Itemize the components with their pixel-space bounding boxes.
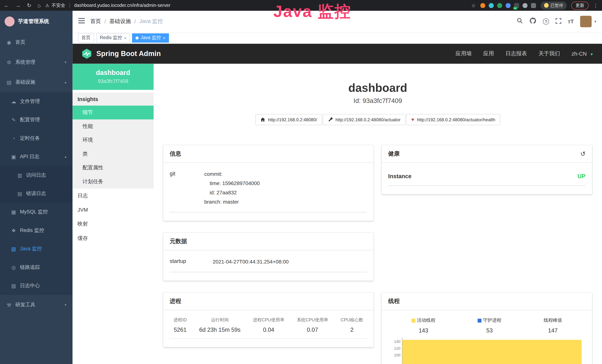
doc-icon: ▥ [17, 172, 23, 178]
sba-item-mappings[interactable]: 映射 [73, 217, 153, 231]
app-sidebar: 芋道管理系统 ◉ 首页 ⚙ 系统管理 ▾ ▤ 基础设施 ▴ ☁ 文件管理 ✎ [0, 11, 73, 364]
tab-home[interactable]: 首页 [78, 33, 94, 43]
help-icon[interactable]: ? [543, 18, 549, 24]
home-icon[interactable]: ⌂ [37, 2, 41, 8]
sba-item-classes[interactable]: 类 [73, 147, 153, 161]
service-url-button[interactable]: http://192.168.0.2:48080/ [255, 114, 322, 125]
chart-plot-area [402, 337, 582, 364]
reload-icon[interactable]: ↻ [27, 2, 31, 8]
chevron-up-icon: ▴ [65, 80, 66, 84]
avatar[interactable] [580, 16, 592, 27]
sba-nav-journal[interactable]: 日志报表 [505, 50, 527, 57]
tab-redis-monitor[interactable]: Redis 监控 × [97, 33, 130, 43]
process-metrics-row: 进程ID 5261 运行时间 6d 23h 15m 59s 进程CPU使用率 [170, 315, 367, 339]
sba-item-scheduled-tasks[interactable]: 计划任务 [73, 175, 153, 189]
instance-label: Instance [388, 173, 412, 179]
sidebar-item-api-log[interactable]: ▣ API 日志 ▴ [0, 147, 73, 166]
sba-nav-wallboard[interactable]: 应用墙 [456, 50, 472, 57]
sba-item-logs[interactable]: 日志 [73, 189, 153, 203]
extension-icon[interactable] [505, 3, 511, 8]
address-bar[interactable]: ⚠ 不安全 dashboard.yudao.iocoder.cn/infra/a… [45, 2, 170, 9]
sba-nav-applications[interactable]: 应用 [483, 50, 494, 57]
github-icon[interactable] [529, 17, 536, 26]
breadcrumb-home[interactable]: 首页 [90, 18, 101, 25]
extension-icon[interactable] [522, 3, 527, 8]
sidebar-item-infra[interactable]: ▤ 基础设施 ▴ [0, 72, 73, 92]
forward-icon[interactable]: → [15, 2, 21, 8]
sba-item-metrics[interactable]: 性能 [73, 119, 153, 133]
extension-icon[interactable]: on [514, 3, 519, 8]
sba-instance-header[interactable]: dashboard 93a3fc7f7409 [73, 64, 153, 90]
logo-avatar [5, 17, 15, 27]
fullscreen-icon[interactable] [556, 18, 561, 25]
sidebar-item-home[interactable]: ◉ 首页 [0, 32, 73, 52]
metadata-value: 2021-04-27T00:44:31.254+08:00 [213, 257, 367, 267]
sba-navbar: Spring Boot Admin 应用墙 应用 日志报表 关于我们 zh-CN… [73, 44, 602, 64]
blue-swatch-icon [478, 319, 482, 322]
health-url-button[interactable]: ♥ http://192.168.0.2:48080/actuator/heal… [406, 114, 500, 125]
sba-nav-about[interactable]: 关于我们 [538, 50, 560, 57]
page-subtitle: Id: 93a3fc7f7409 [153, 97, 602, 105]
sidebar-item-log-center[interactable]: ▨ 日志中心 [0, 277, 73, 295]
metric-system-cpu: 系统CPU使用率 0.07 [297, 317, 328, 333]
legend-peak-threads: 线程峰值 147 [544, 317, 562, 334]
back-icon[interactable]: ← [4, 2, 9, 8]
active-dot [136, 36, 139, 40]
sidebar-item-system[interactable]: ⚙ 系统管理 ▾ [0, 52, 73, 72]
sidebar-item-mysql-monitor[interactable]: ▦ MySQL 监控 [0, 203, 73, 221]
log-icon: ▣ [11, 154, 17, 160]
spring-boot-logo-icon [81, 48, 93, 60]
hamburger-icon[interactable] [78, 18, 85, 25]
browser-menu-icon[interactable]: ⋮ [593, 2, 598, 8]
info-card: 信息 git commit: time: 1596289704000 id: 2… [163, 145, 374, 221]
font-size-icon[interactable]: тT [568, 18, 574, 24]
info-git-row: git commit: time: 1596289704000 id: 27aa… [170, 167, 367, 212]
close-icon[interactable]: × [163, 36, 165, 40]
metadata-key: startup [170, 257, 213, 267]
sba-item-jvm[interactable]: JVM [73, 203, 153, 216]
legend-daemon-threads: 守护进程 53 [478, 317, 501, 334]
sba-main-content: dashboard Id: 93a3fc7f7409 http://192.16… [153, 64, 602, 364]
extension-icon[interactable] [489, 3, 494, 8]
tags-view: 首页 Redis 监控 × Java 监控 × [73, 32, 602, 44]
metric-pid: 进程ID 5261 [173, 317, 187, 333]
extension-icon[interactable] [497, 3, 502, 8]
breadcrumb-infra[interactable]: 基础设施 [109, 18, 131, 25]
sidebar-item-error-log[interactable]: ▤ 错误日志 [0, 184, 73, 203]
sba-brand[interactable]: Spring Boot Admin [81, 48, 161, 60]
sidebar-item-tracing[interactable]: ◎ 链路追踪 [0, 258, 73, 277]
sba-item-environment[interactable]: 环境 [73, 133, 153, 147]
health-instance-row[interactable]: Instance UP [388, 169, 585, 186]
tab-java-monitor[interactable]: Java 监控 × [132, 33, 169, 43]
update-button[interactable]: 更新 [571, 1, 589, 9]
doc-icon: ▤ [17, 191, 23, 196]
actuator-url-button[interactable]: http://192.168.0.2:48080/actuator [323, 114, 406, 125]
bookmark-star-icon[interactable]: ☆ [471, 2, 476, 8]
sidebar-item-config[interactable]: ✎ 配置管理 [0, 110, 73, 129]
sba-item-configprops[interactable]: 配置属性 [73, 161, 153, 175]
sidebar-item-files[interactable]: ☁ 文件管理 [0, 92, 73, 110]
app-logo[interactable]: 芋道管理系统 [0, 11, 73, 32]
metric-process-cpu: 进程CPU使用率 0.04 [253, 317, 284, 333]
search-icon[interactable] [517, 18, 523, 25]
caret-down-icon: ▾ [595, 20, 596, 23]
sidebar-item-access-log[interactable]: ▥ 访问日志 [0, 166, 73, 184]
sidebar-item-redis-monitor[interactable]: ❖ Redis 监控 [0, 221, 73, 240]
sba-item-caches[interactable]: 缓存 [73, 231, 153, 246]
sba-language-select[interactable]: zh-CN ▼ [571, 51, 593, 57]
sidebar-item-jobs[interactable]: ◔ 定时任务 [0, 129, 73, 147]
pencil-icon: ✎ [11, 117, 17, 123]
legend-live-threads: 活动线程 143 [412, 317, 435, 334]
sba-item-details[interactable]: 细节 [73, 106, 153, 119]
monitor-icon: ▤ [6, 79, 12, 85]
security-label: 不安全 [52, 2, 65, 9]
paused-badge[interactable]: 已暂停 [541, 1, 567, 9]
sidebar-item-java-monitor[interactable]: ▧ Java 监控 [0, 240, 73, 258]
history-icon[interactable]: ↺ [580, 150, 585, 157]
info-value: commit: time: 1596289704000 id: 27aa832 … [204, 170, 367, 207]
annotation-overlay: Java 监控 [273, 1, 351, 22]
extension-icon[interactable] [480, 3, 485, 8]
extension-icon[interactable] [531, 3, 536, 8]
sidebar-item-dev-tools[interactable]: ⚒ 研发工具 ▾ [0, 295, 73, 315]
close-icon[interactable]: × [124, 36, 127, 40]
